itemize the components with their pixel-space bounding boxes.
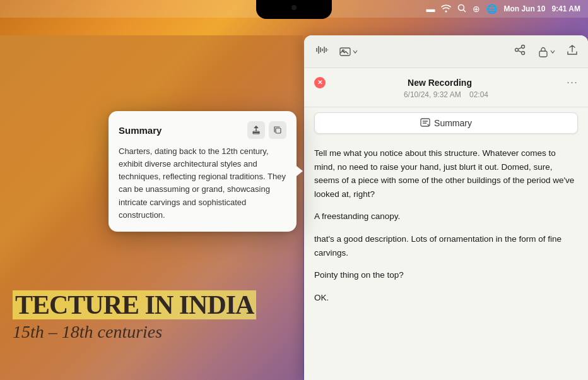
handwriting-area: TECTURE IN INDIA 15th – 18th centuries [13, 290, 290, 342]
svg-line-17 [518, 47, 521, 49]
handwriting-subtitle: 15th – 18th centuries [13, 322, 290, 342]
svg-rect-3 [276, 128, 281, 133]
search-menubar-icon[interactable] [457, 4, 466, 15]
export-toolbar-icon[interactable] [567, 44, 578, 59]
svg-rect-19 [539, 51, 547, 57]
recording-meta: 6/10/24, 9:32 AM 02:04 [314, 90, 578, 99]
summary-button[interactable]: Summary [314, 112, 578, 134]
menubar-time: 9:41 AM [551, 4, 580, 13]
summary-btn-icon [420, 118, 430, 129]
summary-card-title: Summary [119, 125, 162, 136]
svg-point-14 [515, 49, 519, 52]
desktop-content: TECTURE IN INDIA 15th – 18th centuries S… [0, 18, 588, 380]
waveform-icon[interactable] [314, 44, 328, 59]
transcript-content[interactable]: Tell me what you notice about this struc… [304, 139, 588, 380]
svg-point-15 [522, 45, 525, 49]
transcript-para-2: A freestanding canopy. [314, 210, 578, 223]
transcript-para-1: Tell me what you notice about this struc… [314, 146, 578, 201]
battery-icon: ▬ [426, 4, 435, 14]
camera-notch [256, 0, 332, 19]
recording-date: 6/10/24, 9:32 AM [404, 90, 461, 99]
summary-share-button[interactable] [247, 121, 265, 139]
transcript-para-5: OK. [314, 291, 578, 305]
highlight-text: TECTURE IN INDIA [13, 290, 256, 319]
svg-line-18 [518, 50, 521, 52]
transcript-para-3: that's a good description. Lots of ornam… [314, 232, 578, 259]
share-rings-icon[interactable] [514, 44, 527, 59]
wifi-icon [441, 4, 451, 15]
svg-line-1 [464, 9, 466, 12]
summary-card-actions [247, 121, 286, 139]
recording-item: ✕ New Recording ··· 6/10/24, 9:32 AM 02:… [304, 68, 588, 107]
camera-dot [291, 5, 297, 10]
svg-point-16 [522, 52, 525, 55]
recording-duration: 02:04 [469, 90, 488, 99]
lock-toolbar-btn[interactable] [534, 44, 559, 60]
recording-header: ✕ New Recording ··· [314, 76, 578, 89]
system-icon[interactable]: 🌐 [486, 4, 497, 14]
handwriting-title: TECTURE IN INDIA [13, 290, 290, 319]
right-panel: ✕ New Recording ··· 6/10/24, 9:32 AM 02:… [304, 35, 588, 380]
user-menubar-icon[interactable]: ⊕ [473, 4, 480, 14]
recording-cancel-btn[interactable]: ✕ [314, 77, 326, 88]
recording-name: New Recording [326, 78, 554, 88]
summary-card-header: Summary [119, 121, 286, 139]
menubar-date: Mon Jun 10 [503, 4, 545, 13]
recording-menu-btn[interactable]: ··· [567, 76, 578, 89]
summary-card: Summary Charters, d [109, 111, 297, 232]
summary-btn-label: Summary [434, 118, 472, 128]
summary-copy-button[interactable] [269, 121, 286, 139]
svg-point-0 [459, 4, 464, 10]
panel-toolbar [304, 35, 588, 68]
photo-toolbar-btn[interactable] [336, 44, 362, 59]
menubar-right: ▬ ⊕ 🌐 Mon Jun 10 9:41 AM [426, 4, 580, 15]
summary-card-text: Charters, dating back to the 12th centur… [119, 145, 286, 222]
transcript-para-4: Pointy thing on the top? [314, 268, 578, 282]
